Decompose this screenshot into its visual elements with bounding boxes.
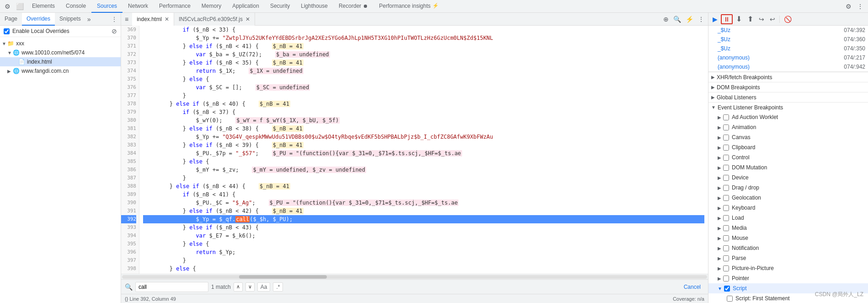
global-listeners-header[interactable]: ▶ Global Listeners [708,92,868,102]
subtab-overrides[interactable]: Overrides [22,13,55,26]
tab-performance-insights[interactable]: Performance insights ⚡ [373,0,444,13]
tab-console[interactable]: Console [60,0,91,13]
file-tab-js[interactable]: IN5CvLacRcP6.e309c5f.js ✕ [174,13,255,26]
bp-animation[interactable]: ▶ Animation [708,122,868,132]
bp-drag-drop[interactable]: ▶ Drag / drop [708,183,868,193]
more-tabs-icon[interactable]: » [85,16,93,23]
tab-memory[interactable]: Memory [196,0,227,13]
bp-keyboard[interactable]: ▶ Keyboard [708,203,868,213]
tree-item-index-html[interactable]: 📄 index.html [0,57,121,66]
step-out-button[interactable]: ↪ [756,15,767,24]
show-quick-open-icon[interactable]: ⚡ [684,15,695,24]
bp-checkbox-load[interactable] [723,215,729,221]
cancel-search-button[interactable]: Cancel [680,283,704,291]
stack-item-1[interactable]: _$Uz 074/:360 [708,35,868,44]
bp-media[interactable]: ▶ Media [708,223,868,233]
case-sensitive-toggle[interactable]: Aa [257,282,271,292]
bp-checkbox-pip[interactable] [723,265,729,271]
horizontal-scrollbar[interactable] [121,274,708,279]
file-tree-toggle-icon[interactable]: ≡ [121,16,132,23]
add-snippet-icon[interactable]: ⊕ [661,15,671,24]
bp-checkbox-canvas[interactable] [723,135,729,141]
step-over-button[interactable]: ⬇ [734,14,744,24]
bp-checkbox-device[interactable] [723,175,729,181]
tree-item-fangdi[interactable]: ▶ 🌐 www.fangdi.com.cn [0,66,121,76]
event-listener-header[interactable]: ▼ Event Listener Breakpoints [708,102,868,112]
tab-elements[interactable]: Elements [27,0,60,13]
tab-network[interactable]: Network [122,0,154,13]
next-match-button[interactable]: ∨ [245,282,255,292]
panel-menu-icon[interactable]: ⋮ [108,16,121,22]
search-in-files-icon[interactable]: 🔍 [671,15,683,24]
xhr-breakpoints-header[interactable]: ▶ XHR/fetch Breakpoints [708,72,868,82]
pause-button[interactable]: ⏸ [721,14,733,24]
stack-item-0[interactable]: _$Uz 074/:392 [708,26,868,35]
bp-canvas[interactable]: ▶ Canvas [708,132,868,142]
bp-checkbox-media[interactable] [723,225,729,231]
close-file-tab-index[interactable]: ✕ [165,16,169,22]
bp-checkbox-clipboard[interactable] [723,145,729,151]
clear-overrides-icon[interactable]: ⊘ [112,27,117,35]
bp-clipboard[interactable]: ▶ Clipboard [708,142,868,152]
deactivate-breakpoints-button[interactable]: 🚫 [782,15,794,24]
bp-notification[interactable]: ▶ Notification [708,243,868,253]
bp-checkbox-animation[interactable] [723,124,729,130]
bp-checkbox-drag[interactable] [723,185,729,191]
code-content[interactable]: if ($_nB < 33) { $_Yp += "ZwtplJYu52UKfe… [139,26,708,274]
close-file-tab-js[interactable]: ✕ [245,16,250,22]
tab-lighthouse[interactable]: Lighthouse [295,0,333,13]
bp-dom-mutation[interactable]: ▶ DOM Mutation [708,162,868,173]
bp-load[interactable]: ▶ Load [708,213,868,223]
bp-checkbox-geo[interactable] [723,195,729,201]
regex-toggle[interactable]: .* [273,282,283,292]
tab-performance[interactable]: Performance [154,0,196,13]
prev-match-button[interactable]: ∧ [234,282,243,292]
tab-recorder[interactable]: Recorder ⏺ [333,0,373,13]
bp-ad-auction[interactable]: ▶ Ad Auction Worklet [708,112,868,122]
bp-pointer[interactable]: ▶ Pointer [708,273,868,283]
bp-control[interactable]: ▶ Control [708,152,868,162]
settings-icon[interactable]: ⚙ [843,2,854,11]
bp-geolocation[interactable]: ▶ Geolocation [708,193,868,203]
scroll-thumb[interactable] [239,275,327,279]
stack-item-4[interactable]: (anonymous) 074/:942 [708,62,868,71]
bp-checkbox-notification[interactable] [723,245,729,251]
step-into-button[interactable]: ⬆ [745,14,756,24]
devtools-menu-icon[interactable]: ⚙ [2,2,13,11]
ln-395: 395 [121,240,136,248]
bp-checkbox-mouse[interactable] [723,235,729,241]
bp-checkbox-script-first[interactable] [727,296,733,302]
bp-pip[interactable]: ▶ Picture-in-Picture [708,263,868,273]
bp-checkbox-dom-mutation[interactable] [723,165,729,171]
bp-parse[interactable]: ▶ Parse [708,253,868,263]
stack-item-3[interactable]: (anonymous) 074/:217 [708,53,868,62]
search-input[interactable] [135,282,208,292]
file-tab-label-js: IN5CvLacRcP6.e309c5f.js [179,16,243,22]
devtools-dock-icon[interactable]: ⬜ [13,2,27,11]
subtab-snippets[interactable]: Snippets [55,13,85,26]
file-tab-index-html[interactable]: index.html ✕ [132,13,174,26]
stack-item-2[interactable]: _$Uz 074/:350 [708,44,868,53]
tab-application[interactable]: Application [227,0,265,13]
bp-mouse[interactable]: ▶ Mouse [708,233,868,243]
bp-checkbox-ad[interactable] [723,114,729,120]
tab-security[interactable]: Security [265,0,295,13]
bp-checkbox-pointer[interactable] [723,276,729,281]
scroll-track[interactable] [122,275,707,279]
code-area: 369 370 371 372 373 374 375 376 377 378 … [121,26,708,274]
dom-breakpoints-header[interactable]: ▶ DOM Breakpoints [708,82,868,92]
bp-checkbox-keyboard[interactable] [723,205,729,211]
bp-checkbox-parse[interactable] [723,255,729,261]
bp-checkbox-control[interactable] [723,155,729,161]
tree-item-xxx[interactable]: ▼ 📁 xxx [0,39,121,48]
step-button[interactable]: ↩ [767,15,777,24]
bp-device[interactable]: ▶ Device [708,173,868,183]
more-tools-icon[interactable]: ⋮ [854,2,866,11]
more-options-icon[interactable]: ⋮ [696,15,706,24]
bp-checkbox-script[interactable] [724,286,730,292]
tab-sources[interactable]: Sources [91,0,122,13]
enable-overrides-checkbox[interactable] [4,28,10,34]
tree-item-www-10010[interactable]: ▼ 🌐 www.10010.com/net5/074 [0,48,121,57]
subtab-page[interactable]: Page [0,13,22,26]
resume-button[interactable]: ▶ [710,15,720,24]
